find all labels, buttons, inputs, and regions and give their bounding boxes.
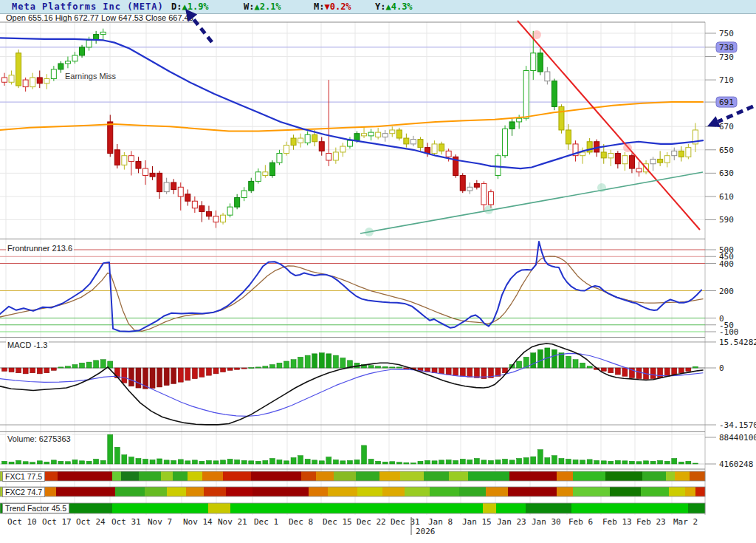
frontrunner-label: Frontrunner 213.6: [6, 244, 74, 253]
fxc2-label: FXC2 74.7: [2, 487, 45, 497]
date-label: Jan 23: [497, 517, 526, 527]
frontrunner-axis-label: 200: [719, 287, 734, 296]
macd-axis: 15.542820-34.15705: [705, 338, 756, 430]
charting-app-window: Meta Platforms Inc (META) D:▲1.9% W:▲2.1…: [0, 0, 756, 543]
fxc2-strip: [0, 487, 705, 496]
date-label: Feb 23: [636, 517, 666, 527]
date-label: Oct 17: [42, 517, 72, 527]
price-axis-label: 730: [719, 52, 734, 62]
date-label: Nov 21: [218, 517, 247, 527]
price-axis-label: 710: [719, 75, 734, 85]
price-axis-label: 630: [719, 168, 734, 178]
volume-levels: [0, 434, 705, 464]
macd-axis-label: 15.54282: [719, 338, 756, 347]
frontrunner-axis: 5004504002000-50-100: [705, 245, 739, 337]
date-label: Dec 15: [323, 517, 352, 527]
date-label: Oct 10: [7, 517, 37, 527]
annotation-arrows: [185, 9, 753, 127]
panel-borders: [0, 22, 705, 469]
price-alert-badge[interactable]: 738: [719, 43, 734, 52]
volume-bars: [2, 434, 698, 464]
frontrunner-levels: [0, 250, 705, 332]
trend-factor-strip: [0, 503, 705, 513]
date-label: Dec 31: [391, 517, 420, 527]
price-axis-label: 750: [719, 29, 734, 38]
macd-axis-label: -34.15705: [719, 420, 756, 430]
date-label: Dec 1: [254, 517, 278, 527]
date-label: Feb 6: [568, 517, 593, 527]
price-axis-label: 610: [719, 192, 734, 202]
date-label: Jan 30: [532, 517, 561, 527]
volume-axis-label: 88440100: [719, 433, 756, 443]
date-label: Oct 24: [76, 517, 106, 527]
price-axis-label: 670: [719, 122, 734, 132]
fxc1-label: FXC1 77.5: [2, 471, 45, 482]
date-label: Feb 13: [602, 517, 632, 527]
price-axis: 750730710670650630610590738691: [705, 29, 737, 225]
date-label: Dec 8: [289, 517, 313, 527]
frontrunner-axis-label: 400: [719, 259, 734, 269]
price-axis-label: 590: [719, 215, 734, 225]
date-label: Oct 31: [111, 517, 141, 527]
volume-axis-label: 4160248: [719, 460, 753, 469]
volume-label: Volume: 6275363: [6, 434, 72, 443]
gridlines: [0, 22, 705, 515]
earnings-miss-annotation: Earnings Miss: [65, 72, 116, 81]
macd-label: MACD -1.3: [6, 341, 49, 349]
date-label: Nov 14: [183, 517, 213, 527]
date-axis: Oct 10Oct 17Oct 24Oct 31Nov 7Nov 14Nov 2…: [7, 517, 698, 535]
macd-axis-label: 0: [719, 363, 724, 373]
macd-levels: [0, 342, 705, 425]
date-label: Jan 8: [428, 517, 453, 527]
date-label: Dec 22: [357, 517, 386, 527]
fxc1-strip: [0, 471, 705, 481]
year-axis-label: 2026: [416, 527, 436, 536]
price-axis-label: 650: [719, 146, 734, 155]
macd-lines: [0, 344, 703, 425]
volume-axis: 884401004160248: [705, 433, 756, 469]
date-label: Jan 15: [462, 517, 492, 527]
frontrunner-axis-label: -100: [719, 327, 739, 337]
date-label: Nov 7: [148, 517, 172, 527]
trend-factor-label: Trend Factor 45.5: [2, 503, 69, 513]
price-alert-badge[interactable]: 691: [719, 98, 734, 107]
date-label: Mar 2: [673, 517, 698, 527]
chart-canvas[interactable]: Oct 10Oct 17Oct 24Oct 31Nov 7Nov 14Nov 2…: [0, 0, 756, 543]
